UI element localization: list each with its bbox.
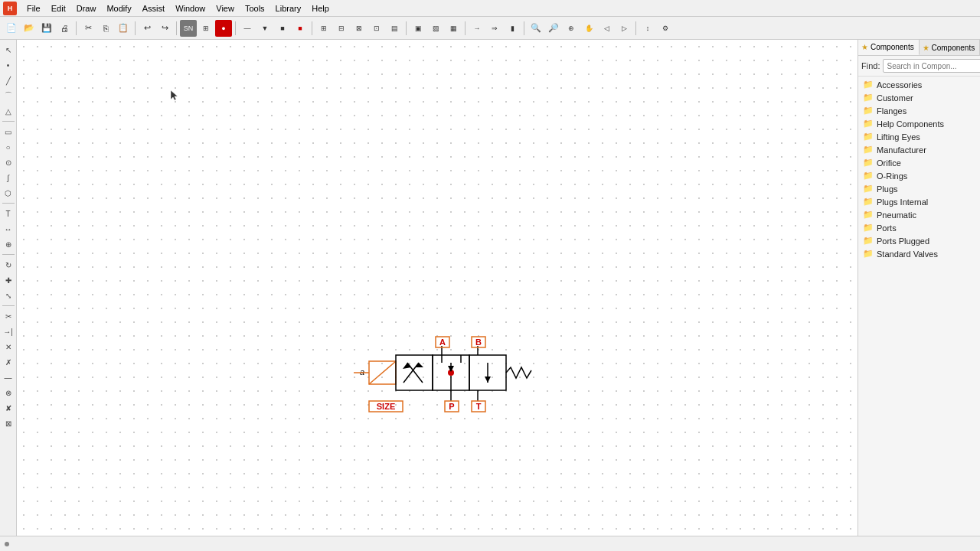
menu-view[interactable]: View: [211, 2, 240, 15]
zoom-next-btn[interactable]: ▷: [616, 20, 632, 37]
tree-item-ports[interactable]: 📁 Ports: [858, 221, 980, 234]
canvas-grid: [17, 40, 858, 536]
valve-symbol-container[interactable]: a: [354, 323, 545, 424]
triangle-tool[interactable]: △: [2, 104, 15, 118]
menu-modify[interactable]: Modify: [101, 2, 136, 15]
x-tool5[interactable]: ⊠: [2, 416, 15, 430]
move-tool[interactable]: ✚: [2, 273, 15, 287]
tree-item-standard-valves[interactable]: 📁 Standard Valves: [858, 247, 980, 260]
menu-window[interactable]: Window: [170, 2, 211, 15]
viewport-btn2[interactable]: ▨: [427, 20, 444, 37]
line-color-btn[interactable]: ▼: [256, 20, 273, 37]
tab-components2[interactable]: ★ Components: [920, 40, 981, 55]
zoom-fit-btn[interactable]: ⊕: [563, 20, 580, 37]
drawing-canvas[interactable]: a: [17, 40, 858, 536]
tree-item-plugs-internal[interactable]: 📁 Plugs Internal: [858, 195, 980, 208]
zoom-in-btn[interactable]: 🔍: [528, 20, 544, 37]
tab-components1[interactable]: ★ Components: [858, 40, 920, 55]
grid-btn4[interactable]: ⊡: [368, 20, 385, 37]
snap-btn1[interactable]: SN: [180, 20, 197, 37]
extend-tool[interactable]: →|: [2, 324, 15, 338]
tree-item-accessories[interactable]: 📁 Accessories: [858, 78, 980, 91]
search-input[interactable]: [883, 59, 980, 73]
tree-item-customer[interactable]: 📁 Customer: [858, 91, 980, 104]
scale-tool[interactable]: ⤡: [2, 289, 15, 302]
grid-btn2[interactable]: ⊟: [333, 20, 350, 37]
rotate-tool[interactable]: ↻: [2, 258, 15, 272]
x-tool4[interactable]: ✘: [2, 401, 15, 415]
menu-help[interactable]: Help: [306, 2, 335, 15]
tree-item-pneumatic[interactable]: 📁 Pneumatic: [858, 208, 980, 221]
x-tool1[interactable]: ✕: [2, 340, 15, 354]
folder-icon-ports-plugged: 📁: [863, 236, 874, 246]
zoom-out-btn[interactable]: 🔎: [545, 20, 562, 37]
undo-button[interactable]: ↩: [139, 20, 155, 37]
line-tool[interactable]: ╱: [2, 73, 15, 87]
viewport-btn3[interactable]: ▦: [445, 20, 462, 37]
curve-tool[interactable]: ∫: [2, 171, 15, 184]
grid-btn3[interactable]: ⊠: [351, 20, 368, 37]
tree-item-flanges[interactable]: 📁 Flanges: [858, 104, 980, 117]
point-tool[interactable]: •: [2, 58, 15, 72]
open-button[interactable]: 📂: [21, 20, 38, 37]
viewport-btn[interactable]: ▣: [410, 20, 426, 37]
lt-sep3: [2, 254, 15, 255]
valve-svg: a: [354, 323, 545, 422]
main-toolbar: 📄 📂 💾 🖨 ✂ ⎘ 📋 ↩ ↪ SN ⊞ ● — ▼ ■ ■ ⊞ ⊟ ⊠ ⊡…: [0, 17, 980, 40]
copy-button[interactable]: ⎘: [97, 20, 114, 37]
x-tool2[interactable]: ✗: [2, 355, 15, 369]
text-tool[interactable]: T: [2, 207, 15, 220]
paste-button[interactable]: 📋: [115, 20, 132, 37]
menu-library[interactable]: Library: [270, 2, 307, 15]
tree-item-manufacturer[interactable]: 📁 Manufacturer: [858, 143, 980, 156]
redo-button[interactable]: ↪: [156, 20, 173, 37]
arrow-btn2[interactable]: ⇒: [486, 20, 503, 37]
tree-item-orifice[interactable]: 📁 Orifice: [858, 156, 980, 169]
snap-btn2[interactable]: ⊞: [198, 20, 214, 37]
grid-btn1[interactable]: ⊞: [315, 20, 332, 37]
sep4: [235, 21, 236, 35]
polygon-tool[interactable]: ⬡: [2, 186, 15, 200]
menu-edit[interactable]: Edit: [46, 2, 71, 15]
tree-item-ports-plugged[interactable]: 📁 Ports Plugged: [858, 234, 980, 247]
minus-tool[interactable]: —: [2, 370, 15, 384]
tree-item-lifting-eyes[interactable]: 📁 Lifting Eyes: [858, 130, 980, 143]
zoom-pan-btn[interactable]: ✋: [580, 20, 597, 37]
trim-tool[interactable]: ✂: [2, 309, 15, 323]
grid-btn5[interactable]: ▤: [386, 20, 403, 37]
tree-item-plugs[interactable]: 📁 Plugs: [858, 182, 980, 195]
tree-item-o-rings[interactable]: 📁 O-Rings: [858, 169, 980, 182]
misc-btn2[interactable]: ⚙: [657, 20, 674, 37]
select-tool[interactable]: ↖: [2, 43, 15, 57]
arrow-btn[interactable]: →: [469, 20, 485, 37]
circle-tool[interactable]: ○: [2, 140, 15, 154]
panel-btn[interactable]: ▮: [504, 20, 521, 37]
fill-color-btn2[interactable]: ■: [292, 20, 309, 37]
tree-label-plugs: Plugs: [877, 184, 898, 194]
cut-button[interactable]: ✂: [80, 20, 96, 37]
menu-assist[interactable]: Assist: [137, 2, 170, 15]
tree-item-help-components[interactable]: 📁 Help Components: [858, 117, 980, 130]
ellipse-tool[interactable]: ⊙: [2, 155, 15, 169]
arc-tool[interactable]: ⌒: [2, 89, 15, 103]
new-button[interactable]: 📄: [3, 20, 20, 37]
dim-tool[interactable]: ↔: [2, 222, 15, 236]
fill-color-btn[interactable]: ■: [274, 20, 291, 37]
snap-tool[interactable]: ⊕: [2, 237, 15, 251]
rect-tool[interactable]: ▭: [2, 125, 15, 139]
menu-file[interactable]: File: [21, 2, 46, 15]
menu-draw[interactable]: Draw: [71, 2, 102, 15]
print-button[interactable]: 🖨: [56, 20, 73, 37]
zoom-prev-btn[interactable]: ◁: [598, 20, 615, 37]
folder-icon-pneumatic: 📁: [863, 210, 874, 220]
tree-label-accessories: Accessories: [877, 80, 922, 90]
menu-tools[interactable]: Tools: [240, 2, 270, 15]
tree-label-plugs-internal: Plugs Internal: [877, 197, 928, 207]
misc-btn1[interactable]: ↕: [639, 20, 656, 37]
x-tool3[interactable]: ⊗: [2, 386, 15, 399]
save-button[interactable]: 💾: [38, 20, 55, 37]
sep9: [635, 21, 636, 35]
line-type-btn[interactable]: —: [239, 20, 256, 37]
folder-icon-manufacturer: 📁: [863, 145, 874, 155]
snap-btn3[interactable]: ●: [215, 20, 232, 37]
